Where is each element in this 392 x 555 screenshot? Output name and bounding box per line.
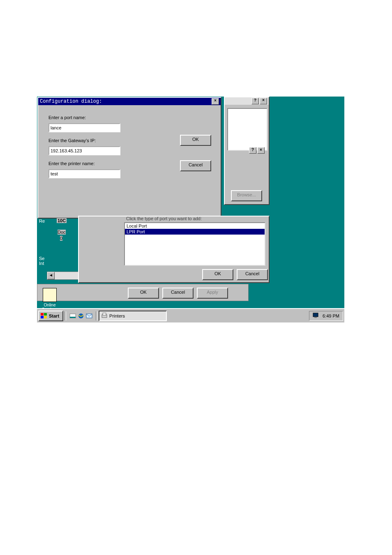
browse-tree-fragment: [227, 108, 267, 151]
help-icon[interactable]: ?: [249, 147, 256, 154]
gateway-ip-input[interactable]: [48, 146, 120, 155]
internet-explorer-icon[interactable]: [77, 312, 85, 320]
tray-clock: 6:49 PM: [323, 313, 339, 318]
start-button-label: Start: [49, 313, 59, 318]
taskbar-item-printers[interactable]: Printers: [99, 311, 167, 321]
outlook-express-icon[interactable]: [85, 312, 93, 320]
close-icon[interactable]: ×: [257, 147, 265, 154]
folder-icon: [43, 288, 57, 302]
printer-name-label: Enter the printer name:: [48, 161, 95, 166]
browse-dialog-titlebar: ? ×: [225, 97, 269, 105]
fragment-100: 10C: [57, 218, 67, 223]
svg-rect-11: [314, 317, 317, 318]
scroll-left-icon[interactable]: ◄: [47, 272, 55, 279]
fragment-doc: Doc: [58, 230, 66, 235]
taskbar-item-label: Printers: [109, 313, 125, 318]
taskbar-separator: [96, 311, 97, 320]
browse-button: Browse...: [231, 190, 262, 201]
gateway-ip-label: Enter the Gateway's IP:: [48, 138, 96, 143]
close-icon[interactable]: ×: [212, 98, 219, 105]
help-icon[interactable]: ?: [251, 98, 259, 104]
ok-button[interactable]: OK: [180, 135, 211, 146]
fragment-se: Se: [39, 256, 44, 261]
taskbar: Start Printers 6:49 PM: [37, 308, 344, 322]
printers-icon: [101, 313, 108, 319]
taskbar-separator: [65, 311, 66, 320]
properties-dialog-footer: OK Cancel Apply: [37, 284, 249, 301]
port-name-input[interactable]: [48, 123, 120, 132]
port-type-instruction: Click the type of port you want to add:: [126, 216, 202, 221]
tray-display-icon[interactable]: [313, 313, 319, 319]
configuration-dialog-titlebar[interactable]: Configuration dialog: ×: [38, 98, 221, 105]
svg-rect-2: [41, 316, 44, 318]
ok-button[interactable]: OK: [202, 269, 233, 280]
svg-rect-9: [103, 313, 106, 315]
fragment-re: Re: [39, 219, 45, 223]
ok-button[interactable]: OK: [128, 288, 159, 299]
fragment-int: Int: [39, 261, 44, 266]
start-button[interactable]: Start: [38, 311, 63, 321]
svg-rect-10: [313, 313, 318, 317]
printer-name-input[interactable]: [48, 169, 120, 178]
svg-rect-5: [70, 317, 76, 318]
cancel-button[interactable]: Cancel: [180, 160, 211, 171]
port-type-item-local[interactable]: Local Port: [125, 223, 265, 229]
configuration-dialog: Configuration dialog: × Enter a port nam…: [37, 97, 221, 219]
svg-rect-3: [44, 316, 47, 318]
svg-rect-1: [44, 313, 47, 315]
configuration-dialog-title: Configuration dialog:: [40, 99, 102, 104]
windows-logo-icon: [41, 313, 47, 319]
background-dialog-titlebuttons: ? ×: [249, 147, 265, 154]
system-tray: 6:49 PM: [309, 311, 343, 321]
apply-button: Apply: [197, 288, 228, 299]
svg-rect-0: [41, 313, 44, 315]
cancel-button[interactable]: Cancel: [162, 288, 194, 299]
horizontal-scrollbar-fragment[interactable]: ◄: [47, 272, 81, 280]
port-type-item-lpr[interactable]: LPR Port: [125, 229, 265, 235]
quick-launch: [67, 312, 95, 320]
close-icon[interactable]: ×: [260, 98, 267, 104]
show-desktop-icon[interactable]: [69, 312, 76, 320]
port-type-list[interactable]: Local Port LPR Port: [124, 222, 265, 266]
cancel-button[interactable]: Cancel: [237, 269, 268, 280]
port-type-dialog: Click the type of port you want to add: …: [78, 216, 270, 283]
fragment-zero: 0: [60, 236, 62, 241]
port-name-label: Enter a port name:: [48, 115, 86, 120]
